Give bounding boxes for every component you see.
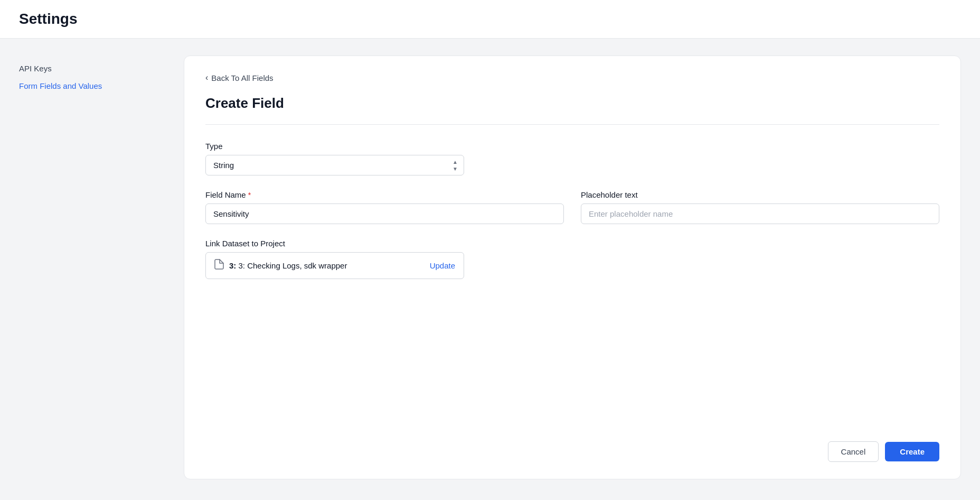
main-content: ‹ Back To All Fields Create Field Type S… <box>184 55 961 479</box>
cancel-button[interactable]: Cancel <box>828 441 879 462</box>
back-to-all-fields-link[interactable]: ‹ Back To All Fields <box>205 73 939 82</box>
field-name-label: Field Name * <box>205 190 564 199</box>
placeholder-text-input[interactable] <box>581 203 939 224</box>
type-section: Type String Number Boolean Date Array ▲ … <box>205 142 939 175</box>
back-link-label: Back To All Fields <box>211 73 273 82</box>
placeholder-text-section: Placeholder text <box>581 190 939 224</box>
sidebar-item-form-fields[interactable]: Form Fields and Values <box>19 77 167 95</box>
back-chevron-icon: ‹ <box>205 73 208 82</box>
placeholder-text-label: Placeholder text <box>581 190 939 199</box>
field-name-input[interactable] <box>205 203 564 224</box>
required-star: * <box>248 191 251 199</box>
dataset-text: 3: 3: Checking Logs, sdk wrapper <box>229 261 425 270</box>
link-dataset-label: Link Dataset to Project <box>205 239 939 248</box>
sidebar: API Keys Form Fields and Values <box>19 55 167 479</box>
form-actions: Cancel Create <box>828 441 939 462</box>
page-header: Settings <box>0 0 980 39</box>
type-label: Type <box>205 142 939 151</box>
update-link[interactable]: Update <box>430 261 455 270</box>
type-select[interactable]: String Number Boolean Date Array <box>205 155 464 175</box>
link-dataset-section: Link Dataset to Project 3: 3: Checking L… <box>205 239 939 279</box>
page-title: Settings <box>19 11 961 27</box>
field-name-section: Field Name * <box>205 190 564 224</box>
page-body: API Keys Form Fields and Values ‹ Back T… <box>0 39 980 496</box>
type-select-wrapper: String Number Boolean Date Array ▲ ▼ <box>205 155 464 175</box>
name-placeholder-row: Field Name * Placeholder text <box>205 190 939 239</box>
document-icon <box>214 259 224 272</box>
sidebar-item-api-keys[interactable]: API Keys <box>19 60 167 77</box>
create-button[interactable]: Create <box>885 442 939 461</box>
dataset-box: 3: 3: Checking Logs, sdk wrapper Update <box>205 252 464 279</box>
form-title: Create Field <box>205 95 939 125</box>
